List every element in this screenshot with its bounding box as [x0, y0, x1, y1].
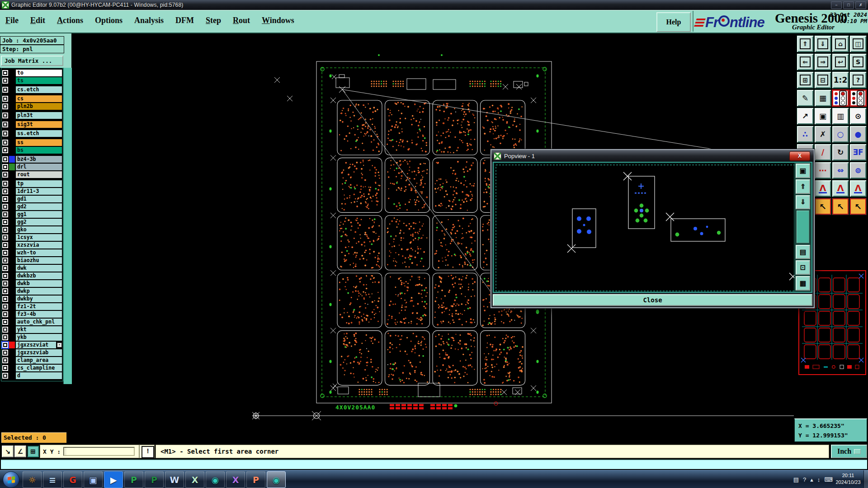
- layer-name[interactable]: sig3t: [16, 121, 62, 128]
- endpoint-filled-icon[interactable]: ●: [849, 126, 867, 143]
- layer-name[interactable]: fz1-2t: [16, 303, 62, 310]
- layer-name[interactable]: 1dr11-3: [16, 188, 62, 195]
- layer-visibility-checkbox[interactable]: [2, 196, 8, 202]
- taskbar-app-save[interactable]: ▣: [84, 471, 103, 488]
- layer-visibility-checkbox[interactable]: [2, 288, 8, 294]
- layer-visibility-checkbox[interactable]: [2, 156, 8, 162]
- net-points-icon[interactable]: ∴: [797, 126, 814, 143]
- draw-line-icon[interactable]: /: [814, 144, 831, 161]
- layer-visibility-checkbox[interactable]: [2, 258, 8, 263]
- tray-show-icon[interactable]: ▴: [810, 476, 813, 483]
- layer-name[interactable]: pln3t: [16, 112, 62, 119]
- taskbar-app-notes[interactable]: ≡: [43, 471, 62, 488]
- menu-step[interactable]: Step: [206, 16, 221, 25]
- layer-visibility-checkbox[interactable]: [2, 211, 8, 217]
- show-desktop-button[interactable]: [863, 470, 868, 488]
- layer-visibility-checkbox[interactable]: [2, 273, 8, 279]
- layer-visibility-checkbox[interactable]: [2, 342, 8, 348]
- taskbar-app-shell[interactable]: ☼: [23, 471, 42, 488]
- popview-grid-icon[interactable]: ▦: [796, 276, 810, 291]
- layer-name[interactable]: rout: [16, 171, 62, 178]
- layer-visibility-checkbox[interactable]: [2, 235, 8, 240]
- popview-scroll-up-icon[interactable]: ⇑: [796, 179, 810, 194]
- select-chain-icon[interactable]: ↖: [849, 198, 867, 215]
- shrink-view-icon[interactable]: ⊟: [814, 71, 831, 89]
- layer-visibility-checkbox[interactable]: [2, 164, 8, 170]
- measure-ruler-icon[interactable]: ▥: [832, 108, 849, 125]
- layer-visibility-checkbox[interactable]: [2, 327, 8, 333]
- expand-view-icon[interactable]: ⊞: [797, 71, 814, 89]
- home-view-icon[interactable]: ⌂: [832, 35, 849, 52]
- layer-visibility-checkbox[interactable]: [2, 373, 8, 379]
- layer-name[interactable]: cs_clampline: [16, 365, 62, 371]
- arrow-peak-icon[interactable]: Λ: [814, 180, 831, 197]
- layer-visibility-checkbox[interactable]: [2, 296, 8, 302]
- layer-visibility-checkbox[interactable]: [2, 78, 8, 84]
- taskbar-app-ppt[interactable]: P: [246, 471, 265, 488]
- layer-visibility-checkbox[interactable]: [2, 70, 8, 76]
- layer-visibility-checkbox[interactable]: [2, 334, 8, 340]
- layer-name[interactable]: dwk: [16, 265, 62, 272]
- layer-name[interactable]: gd1: [16, 196, 62, 202]
- arrow-peak3-icon[interactable]: Λ: [849, 180, 867, 197]
- layer-name[interactable]: 1csyx: [16, 234, 62, 241]
- taskbar-app-p1[interactable]: P: [124, 471, 143, 488]
- menu-help[interactable]: Help: [656, 12, 691, 32]
- minimize-button[interactable]: −: [831, 1, 842, 9]
- layer-name[interactable]: drl: [16, 164, 62, 170]
- select-area-icon[interactable]: ⊙: [849, 108, 867, 125]
- layer-visibility-checkbox[interactable]: [2, 87, 8, 93]
- units-button[interactable]: Inch: [831, 445, 867, 458]
- layer-visibility-checkbox[interactable]: [2, 204, 8, 210]
- layer-name[interactable]: bs: [16, 147, 62, 154]
- undo-icon[interactable]: ↩: [832, 53, 849, 70]
- layer-visibility-checkbox[interactable]: [2, 131, 8, 136]
- popview-scrollbar-thumb[interactable]: [797, 211, 809, 243]
- layer-visibility-checkbox[interactable]: [2, 172, 8, 178]
- layer-name[interactable]: dwkp: [16, 288, 62, 295]
- layer-visibility-checkbox[interactable]: [2, 242, 8, 248]
- select-single2-icon[interactable]: ↖: [814, 198, 831, 215]
- move-feature-icon[interactable]: ↗: [797, 108, 814, 125]
- layer-name[interactable]: ss.etch: [16, 130, 62, 137]
- layer-name[interactable]: gg1: [16, 211, 62, 218]
- tray-updown-icon[interactable]: ↕: [817, 476, 821, 483]
- job-matrix-button[interactable]: Job Matrix ...: [1, 56, 63, 66]
- layer-visibility-checkbox[interactable]: [2, 357, 8, 363]
- start-button[interactable]: [3, 471, 19, 488]
- popview-close-icon[interactable]: X: [789, 151, 810, 161]
- popview-page-icon[interactable]: ▤: [796, 245, 810, 259]
- menu-options[interactable]: Options: [95, 16, 123, 25]
- tray-help-icon[interactable]: ?: [803, 476, 806, 483]
- layer-name[interactable]: clamp_area: [16, 357, 62, 364]
- taskbar-app-p2[interactable]: P: [145, 471, 164, 488]
- menu-windows[interactable]: Windows: [262, 16, 294, 25]
- tray-printer-icon[interactable]: ▤: [793, 476, 799, 483]
- layer-visibility-checkbox[interactable]: [2, 219, 8, 225]
- layer-visibility-checkbox[interactable]: [2, 188, 8, 194]
- layer-visibility-checkbox[interactable]: [2, 103, 8, 109]
- layer-name[interactable]: biaozhu: [16, 257, 62, 264]
- menu-file[interactable]: File: [5, 16, 19, 25]
- dashed-line-icon[interactable]: ⋯: [814, 162, 831, 179]
- taskbar-app-word[interactable]: W: [165, 471, 184, 488]
- layer-name[interactable]: to: [16, 70, 62, 76]
- layer-visibility-checkbox[interactable]: [2, 265, 8, 271]
- copy-feature-icon[interactable]: ▣: [814, 108, 831, 125]
- layer-visibility-checkbox[interactable]: [2, 304, 8, 310]
- layer-visibility-checkbox[interactable]: [2, 96, 8, 102]
- popview-close-button[interactable]: Close: [493, 294, 812, 306]
- layer-name[interactable]: gd2: [16, 203, 62, 210]
- layer-name[interactable]: ykb: [16, 334, 62, 341]
- copy-circles-icon[interactable]: ⊚: [849, 162, 867, 179]
- layer-name[interactable]: xzszvia: [16, 242, 62, 249]
- alert-button[interactable]: !: [142, 446, 154, 458]
- layer-visibility-checkbox[interactable]: [2, 281, 8, 286]
- layer-visibility-checkbox[interactable]: [2, 250, 8, 256]
- menu-rout[interactable]: Rout: [233, 16, 250, 25]
- layer-name[interactable]: tp: [16, 180, 62, 187]
- popview-popout-icon[interactable]: ▣: [796, 164, 810, 178]
- grid-toggle-icon[interactable]: ▦: [814, 89, 831, 107]
- taskbar-app-g[interactable]: G: [63, 471, 82, 488]
- delete-feature-icon[interactable]: ✗: [814, 126, 831, 143]
